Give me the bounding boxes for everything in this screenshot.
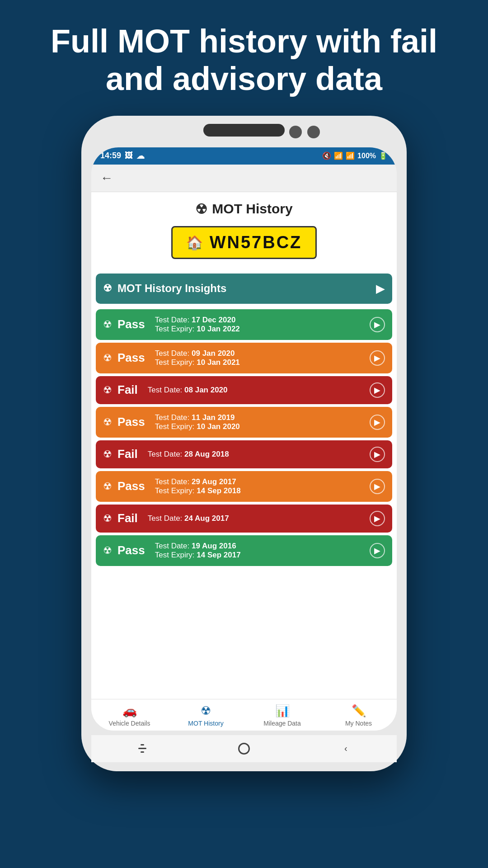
mot-item-arrow[interactable]: ▶ xyxy=(370,543,385,558)
my-notes-label: My Notes xyxy=(345,720,372,727)
test-date-line: Test Date: 19 Aug 2016 xyxy=(155,542,241,551)
status-wifi-icon: 📶 xyxy=(334,151,343,160)
mot-item-left: ☢ Pass Test Date: 19 Aug 2016Test Expiry… xyxy=(103,542,241,560)
phone-speaker xyxy=(203,124,285,137)
nav-item-my-notes[interactable]: ✏️ My Notes xyxy=(320,704,397,727)
mot-item-left: ☢ Fail Test Date: 24 Aug 2017 xyxy=(103,511,229,525)
vehicle-details-icon: 🚗 xyxy=(122,704,137,718)
mileage-data-icon: 📊 xyxy=(275,704,290,718)
mot-item-left: ☢ Pass Test Date: 17 Dec 2020Test Expiry… xyxy=(103,316,240,334)
status-battery-icon: 🔋 xyxy=(379,151,388,160)
mot-list-item[interactable]: ☢ Pass Test Date: 19 Aug 2016Test Expiry… xyxy=(96,535,392,566)
insights-left: ☢ MOT History Insights xyxy=(103,282,226,295)
mot-item-arrow[interactable]: ▶ xyxy=(370,511,385,526)
mot-item-arrow[interactable]: ▶ xyxy=(370,479,385,494)
mot-item-left: ☢ Fail Test Date: 28 Aug 2018 xyxy=(103,447,229,461)
status-right: 🔇 📶 📶 100% 🔋 xyxy=(322,151,388,160)
nav-item-vehicle-details[interactable]: 🚗 Vehicle Details xyxy=(91,704,168,727)
insights-bar[interactable]: ☢ MOT History Insights ▶ xyxy=(96,274,392,304)
phone-camera-1 xyxy=(289,126,302,138)
mot-list-item[interactable]: ☢ Fail Test Date: 28 Aug 2018 ▶ xyxy=(96,440,392,468)
status-cloud-icon: ☁ xyxy=(136,151,145,161)
mot-status-label: Pass xyxy=(117,479,145,493)
my-notes-icon: ✏️ xyxy=(352,704,366,718)
mot-item-arrow[interactable]: ▶ xyxy=(370,382,385,398)
expiry-date-line: Test Expiry: 14 Sep 2018 xyxy=(155,486,241,495)
mot-list-item[interactable]: ☢ Pass Test Date: 29 Aug 2017Test Expiry… xyxy=(96,471,392,502)
mot-list-item[interactable]: ☢ Fail Test Date: 08 Jan 2020 ▶ xyxy=(96,376,392,404)
mot-radiation-icon: ☢ xyxy=(103,545,112,557)
test-date-line: Test Date: 09 Jan 2020 xyxy=(155,349,240,358)
mot-status-label: Fail xyxy=(117,383,138,397)
mot-history-label: MOT History xyxy=(188,720,223,727)
status-left: 14:59 🖼 ☁ xyxy=(100,151,145,161)
mot-radiation-icon: ☢ xyxy=(103,319,112,330)
back-bar: ← xyxy=(91,165,397,192)
page-title-text: MOT History xyxy=(212,201,292,217)
test-date-line: Test Date: 28 Aug 2018 xyxy=(148,450,229,459)
test-date-line: Test Date: 24 Aug 2017 xyxy=(148,514,229,523)
expiry-date-line: Test Expiry: 10 Jan 2020 xyxy=(155,422,240,431)
test-date-line: Test Date: 11 Jan 2019 xyxy=(155,413,240,422)
mot-item-left: ☢ Pass Test Date: 29 Aug 2017Test Expiry… xyxy=(103,477,241,495)
phone-screen: 14:59 🖼 ☁ 🔇 📶 📶 100% 🔋 ← xyxy=(91,147,397,731)
mot-radiation-icon: ☢ xyxy=(103,513,112,524)
mot-radiation-icon: ☢ xyxy=(103,416,112,428)
back-button[interactable]: ← xyxy=(100,171,113,185)
mot-status-label: Pass xyxy=(117,351,145,365)
mot-list-item[interactable]: ☢ Fail Test Date: 24 Aug 2017 ▶ xyxy=(96,505,392,533)
mot-item-arrow[interactable]: ▶ xyxy=(370,447,385,462)
test-date-line: Test Date: 17 Dec 2020 xyxy=(155,316,240,325)
mot-radiation-icon: ☢ xyxy=(103,352,112,364)
mot-status-label: Pass xyxy=(117,543,145,557)
status-mute-icon: 🔇 xyxy=(322,151,331,160)
nav-item-mot-history[interactable]: ☢ MOT History xyxy=(168,704,244,727)
insights-radiation-icon: ☢ xyxy=(103,283,112,294)
phone-device: 14:59 🖼 ☁ 🔇 📶 📶 100% 🔋 ← xyxy=(81,116,407,771)
screen-content: ☢ MOT History 🏠 WN57BCZ ☢ MOT History xyxy=(91,192,397,699)
phone-camera-2 xyxy=(307,126,320,138)
expiry-date-line: Test Expiry: 10 Jan 2022 xyxy=(155,325,240,334)
mot-item-left: ☢ Pass Test Date: 11 Jan 2019Test Expiry… xyxy=(103,413,240,431)
mot-status-label: Fail xyxy=(117,447,138,461)
mot-radiation-icon: ☢ xyxy=(103,448,112,460)
test-date-line: Test Date: 08 Jan 2020 xyxy=(148,386,228,395)
mot-item-left: ☢ Fail Test Date: 08 Jan 2020 xyxy=(103,383,228,397)
status-time: 14:59 xyxy=(100,151,121,160)
mot-radiation-icon: ☢ xyxy=(103,384,112,396)
mot-list-item[interactable]: ☢ Pass Test Date: 11 Jan 2019Test Expiry… xyxy=(96,407,392,438)
sys-nav-home[interactable] xyxy=(233,737,255,760)
license-plate: 🏠 WN57BCZ xyxy=(171,226,317,259)
expiry-date-line: Test Expiry: 14 Sep 2017 xyxy=(155,551,241,560)
status-photo-icon: 🖼 xyxy=(125,151,133,160)
mot-item-left: ☢ Pass Test Date: 09 Jan 2020Test Expiry… xyxy=(103,349,240,367)
title-section: ☢ MOT History 🏠 WN57BCZ xyxy=(91,192,397,270)
page-title: ☢ MOT History xyxy=(99,201,389,217)
sys-nav-back[interactable]: ‹ xyxy=(334,737,357,760)
insights-play-button[interactable]: ▶ xyxy=(376,282,385,296)
vehicle-details-label: Vehicle Details xyxy=(109,720,150,727)
mot-history-icon: ☢ xyxy=(201,704,211,718)
mot-list: ☢ Pass Test Date: 17 Dec 2020Test Expiry… xyxy=(91,307,397,571)
title-radiation-icon: ☢ xyxy=(195,201,207,217)
mot-list-item[interactable]: ☢ Pass Test Date: 17 Dec 2020Test Expiry… xyxy=(96,309,392,340)
phone-body: 14:59 🖼 ☁ 🔇 📶 📶 100% 🔋 ← xyxy=(81,116,407,771)
mot-radiation-icon: ☢ xyxy=(103,481,112,492)
phone-system-nav: ‹ xyxy=(91,735,397,762)
mot-item-arrow[interactable]: ▶ xyxy=(370,415,385,430)
sys-nav-recents[interactable] xyxy=(131,737,154,760)
mot-item-arrow[interactable]: ▶ xyxy=(370,350,385,366)
mot-list-item[interactable]: ☢ Pass Test Date: 09 Jan 2020Test Expiry… xyxy=(96,343,392,373)
mot-status-label: Pass xyxy=(117,415,145,429)
mot-status-label: Pass xyxy=(117,317,145,331)
bottom-nav: 🚗 Vehicle Details ☢ MOT History 📊 Mileag… xyxy=(91,699,397,731)
status-battery: 100% xyxy=(357,152,376,160)
plate-number: WN57BCZ xyxy=(210,233,302,252)
status-signal-icon: 📶 xyxy=(346,151,355,160)
expiry-date-line: Test Expiry: 10 Jan 2021 xyxy=(155,358,240,367)
mot-item-arrow[interactable]: ▶ xyxy=(370,317,385,332)
mileage-data-label: Mileage Data xyxy=(263,720,301,727)
status-bar: 14:59 🖼 ☁ 🔇 📶 📶 100% 🔋 xyxy=(91,147,397,165)
insights-label: MOT History Insights xyxy=(117,282,226,295)
nav-item-mileage-data[interactable]: 📊 Mileage Data xyxy=(244,704,320,727)
